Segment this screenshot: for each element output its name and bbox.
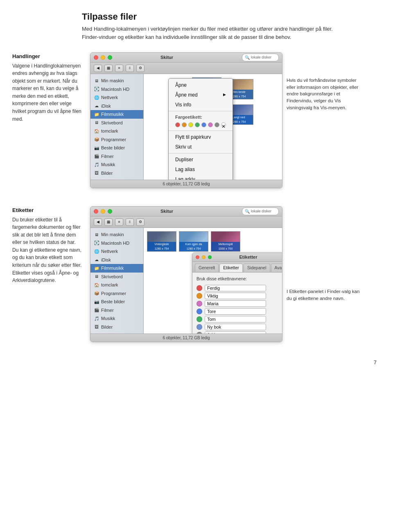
- sidebar-label: Filmer: [101, 153, 114, 160]
- sidebar-item-minmaskin[interactable]: 🖥 Min maskin: [90, 77, 143, 85]
- color-green[interactable]: [195, 122, 200, 127]
- view-list-btn[interactable]: ≡: [115, 65, 123, 72]
- sidebar2-nettverk[interactable]: 🌐 Nettverk: [90, 247, 143, 256]
- sidebar-item-macintosh[interactable]: 💽 Macintosh HD: [90, 85, 143, 94]
- menu-vis-info[interactable]: Vis info: [169, 100, 233, 110]
- sidebar-item-nettverk[interactable]: 🌐 Nettverk: [90, 93, 143, 102]
- photos-icon: 📷: [94, 145, 99, 151]
- finder1-body: 🖥 Min maskin 💽 Macintosh HD 🌐 Nettverk: [90, 74, 282, 180]
- label-input-maria[interactable]: [205, 300, 266, 307]
- color-yellow[interactable]: [188, 122, 193, 127]
- action-btn-2[interactable]: ⚙: [136, 219, 145, 226]
- etiketter-close[interactable]: [196, 255, 199, 259]
- view-col-btn[interactable]: ⫴: [126, 65, 134, 72]
- sidebar-label: iDisk: [101, 103, 111, 110]
- sidebar2-macintosh[interactable]: 💽 Macintosh HD: [90, 239, 143, 248]
- menu-apne[interactable]: Åpne: [169, 80, 233, 90]
- label-input-viktig[interactable]: [205, 293, 266, 299]
- sidebar2-label: Beste bilder: [101, 298, 125, 305]
- color-orange[interactable]: [182, 122, 187, 127]
- label-dot-blue: [196, 309, 202, 314]
- label-row-2: [196, 293, 282, 299]
- label-input-ferdig[interactable]: [205, 285, 266, 291]
- back-button-2[interactable]: ◀: [94, 219, 102, 226]
- etiketter-minimize[interactable]: [202, 255, 206, 259]
- back-button[interactable]: ◀: [94, 65, 102, 72]
- sidebar2-filmer[interactable]: 🎬 Filmer: [90, 306, 143, 315]
- network-icon: 🌐: [94, 95, 99, 100]
- tab-generelt[interactable]: Generelt: [195, 264, 219, 272]
- page-title: Tilpasse filer: [82, 10, 377, 23]
- menu-lag-alias[interactable]: Lag alias: [169, 165, 233, 174]
- menu-sep-1: [169, 111, 233, 111]
- menu-dupliser[interactable]: Dupliser: [169, 155, 233, 165]
- color-gray[interactable]: [215, 122, 219, 127]
- network-icon-2: 🌐: [94, 248, 99, 254]
- sidebar2-skrivebord[interactable]: 🖥 Skrivebord: [90, 273, 143, 281]
- sidebar-label: Programmer: [101, 136, 126, 143]
- tab-sidepanel[interactable]: Sidepanel: [244, 264, 270, 272]
- sidebar2-bilder[interactable]: 🖼 Bilder: [90, 323, 143, 331]
- images-icon: 🖼: [94, 170, 99, 176]
- view-icon-btn-2[interactable]: ▦: [104, 219, 113, 226]
- sidebar-item-filmer[interactable]: 🎬 Filmer: [90, 152, 143, 161]
- sidebar2-musikk[interactable]: 🎵 Musikk: [90, 314, 143, 323]
- label-input-tom[interactable]: [205, 316, 266, 322]
- tab-avansert[interactable]: Avansert: [271, 264, 282, 272]
- section-right-handlinger: Skitur 🔍 lokale disker ◀ ▦ ≡ ⫴ ⚙: [90, 52, 381, 188]
- finder1-title: Skitur: [94, 54, 239, 61]
- photo2-label-3: Mellomspill1000 x 700: [211, 242, 240, 251]
- sidebar-item-musikk[interactable]: 🎵 Musikk: [90, 160, 143, 169]
- label-input-nybok[interactable]: [205, 324, 266, 330]
- label-input-arkiver[interactable]: [205, 331, 266, 334]
- sidebar-item-bilder[interactable]: 📷 Beste bilder: [90, 144, 143, 152]
- sidebar-item-filmmusikk[interactable]: 📁 Filmmusikk: [90, 110, 143, 119]
- etiketter-zoom[interactable]: [208, 255, 212, 259]
- view-icon-btn[interactable]: ▦: [104, 65, 113, 72]
- section-text-etiketter: Du bruker etiketter til å fargemerke dok…: [12, 216, 82, 284]
- submenu-arrow: ▶: [223, 92, 226, 98]
- sidebar2-filmmusikk[interactable]: 📁 Filmmusikk: [90, 264, 143, 273]
- sidebar2-label: Filmer: [101, 307, 114, 314]
- view-list-btn-2[interactable]: ≡: [115, 219, 123, 226]
- color-none[interactable]: ✕: [221, 122, 226, 127]
- label-dot-green: [196, 316, 202, 322]
- finder-window-1: Skitur 🔍 lokale disker ◀ ▦ ≡ ⫴ ⚙: [90, 52, 282, 188]
- sidebar-item-programmer[interactable]: 📦 Programmer: [90, 135, 143, 144]
- sidebar2-minmaskin[interactable]: 🖥 Min maskin: [90, 230, 143, 239]
- color-purple[interactable]: [208, 122, 213, 127]
- color-dots-row: ✕: [169, 121, 233, 129]
- folder-icon: 📁: [94, 111, 99, 117]
- sidebar-label: Filmmusikk: [101, 111, 124, 118]
- menu-skriv-ut[interactable]: Skriv ut: [169, 142, 233, 152]
- tab-etiketter[interactable]: Etiketter: [219, 264, 243, 272]
- menu-flytt[interactable]: Flytt til papirkurv: [169, 132, 233, 142]
- sidebar2-label: Skrivebord: [101, 273, 123, 280]
- label-input-tore[interactable]: [205, 308, 266, 315]
- sidebar2-tomclark[interactable]: 🏠 tomclark: [90, 281, 143, 289]
- apps-icon-2: 📦: [94, 291, 99, 296]
- drive-icon: 💽: [94, 86, 99, 92]
- sidebar-label: Bilder: [101, 170, 113, 177]
- desktop-icon-2: 🖥: [94, 274, 99, 280]
- view-col-btn-2[interactable]: ⫴: [126, 219, 134, 226]
- sidebar-item-idisk[interactable]: ☁ iDisk: [90, 102, 143, 110]
- color-blue[interactable]: [201, 122, 206, 127]
- sidebar2-idisk[interactable]: ☁ iDisk: [90, 256, 143, 264]
- sidebar-item-tomclark[interactable]: 🏠 tomclark: [90, 127, 143, 135]
- search-text: lokale disker: [251, 55, 271, 61]
- menu-lag-arkiv[interactable]: Lag arkiv: [169, 174, 233, 180]
- section-right-etiketter: Skitur 🔍 lokale disker ◀ ▦ ≡ ⫴ ⚙: [90, 206, 381, 342]
- label-row-4: [196, 308, 282, 315]
- sidebar2-bestebilder[interactable]: 📷 Beste bilder: [90, 298, 143, 306]
- sidebar-item-skrivebord[interactable]: 🖥 Skrivebord: [90, 119, 143, 127]
- color-red[interactable]: [175, 122, 180, 127]
- search-text-2: lokale disker: [251, 209, 271, 214]
- finder1-search[interactable]: 🔍 lokale disker: [242, 54, 279, 61]
- sidebar-item-bilder2[interactable]: 🖼 Bilder: [90, 169, 143, 178]
- finder2-search[interactable]: 🔍 lokale disker: [242, 207, 279, 215]
- action-btn[interactable]: ⚙: [136, 65, 145, 72]
- label-row-3: [196, 300, 282, 307]
- sidebar2-programmer[interactable]: 📦 Programmer: [90, 289, 143, 298]
- menu-apne-med[interactable]: Åpne med ▶: [169, 90, 233, 100]
